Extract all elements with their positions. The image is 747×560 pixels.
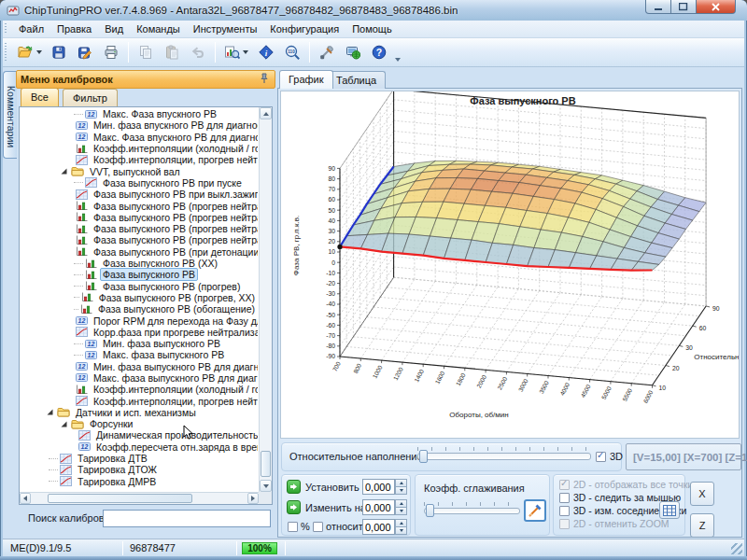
percent-checkbox[interactable] [288,522,298,532]
close-button[interactable] [697,0,736,14]
undo-button[interactable] [186,41,210,64]
view-option-checkbox[interactable] [559,506,570,516]
tree-vertical-scrollbar[interactable] [259,107,272,492]
save-button[interactable] [47,41,71,64]
menu-item[interactable]: Правка [50,21,98,36]
tree-item[interactable]: 12Порог RPM для перехода на Фазу для реж… [20,315,258,326]
expand-arrow-icon[interactable] [60,167,71,175]
tree-item[interactable]: Тарировка ДТОЖ [20,464,258,475]
print-button[interactable] [99,41,123,64]
apply-change-button[interactable] [287,500,301,514]
3d-checkbox[interactable] [596,452,606,462]
smoothing-slider-thumb[interactable] [426,504,434,517]
scroll-down-button[interactable] [260,480,272,492]
tree-item[interactable]: Фаза выпускного РВ при пуске [20,177,258,189]
relative-value-input[interactable] [362,519,395,535]
tree-item[interactable]: 12Коэфф.пересчета отн.заряда в время впр… [20,441,258,453]
menu-item[interactable]: Конфигурация [263,21,345,36]
relative-spin-down[interactable] [395,526,407,535]
tree-horizontal-scrollbar[interactable] [20,492,259,504]
z-axis-button[interactable]: Z [690,513,714,538]
tree-item[interactable]: 12Макс. Фаза впускного РВ [20,108,258,119]
edit-curve-button[interactable] [524,499,546,522]
tree-item[interactable]: Фаза выпускного РВ (прогрев нейтрализато… [20,200,258,211]
tree-item[interactable]: Фаза выпускного РВ (при детонации) [20,246,258,258]
set-spin-down[interactable] [395,486,407,495]
view-option-checkbox[interactable] [559,519,570,529]
fill-slider-thumb[interactable] [419,450,428,463]
info-button[interactable]: i [254,41,278,64]
search-input[interactable] [103,510,271,527]
x-axis-button[interactable]: X [690,482,714,506]
tree-item[interactable]: 12Мин. фаза выпускного РВ для диагностик… [20,361,258,372]
relative-checkbox[interactable] [313,522,323,532]
tree-item[interactable]: Фаза выпускного РВ (прогрев нейтрал., хо… [20,212,258,223]
tree-folder[interactable]: Форсунки [20,418,258,429]
save-as-button[interactable] [73,41,97,64]
tools-button[interactable] [315,41,339,64]
tree-item[interactable]: Фаза выпускного РВ (прогрев нейтрал., ХХ… [20,223,258,234]
tab-table[interactable]: Таблица [327,71,386,89]
tree-item[interactable]: 12Макс. фаза выпускного РВ для диагности… [20,372,258,384]
set-spin-up[interactable] [395,479,407,486]
expand-arrow-icon[interactable] [46,408,57,416]
scroll-up-button[interactable] [260,107,272,119]
tree-item[interactable]: Тарировка ДТВ [20,453,258,464]
resize-grip[interactable] [731,543,742,554]
tree-item[interactable]: Коэфф.интерполяции, прогрев нейтр. (холо… [20,395,258,406]
fill-slider-track[interactable] [417,453,591,460]
tree-item[interactable]: Корр.фаза при прогреве нейтрализатора [20,327,258,338]
maximize-button[interactable] [671,0,697,14]
surface-chart[interactable]: -90-80-70-60-50-40-30-20-100102030405060… [280,91,740,439]
tree-item[interactable]: 12Мин. фаза выпускного РВ [20,338,258,349]
change-spin-up[interactable] [395,499,407,507]
tree-item[interactable]: Фаза выпускного РВ (ХХ) [20,258,258,269]
menu-item[interactable]: Вид [98,21,130,36]
tab-graph[interactable]: График [279,70,333,89]
copy-button[interactable] [134,41,158,64]
tree-item[interactable]: 12Макс. Фаза впускного РВ для диагностик… [20,132,258,143]
compare-maps-button[interactable] [220,41,252,64]
titlebar[interactable]: ChipTuningPRO ver.7.4.8.969 - Antara32L_… [0,0,747,21]
tree-item[interactable]: Коэфф.интерполяции (холодный / горячий ) [20,384,258,395]
tree-item[interactable]: Фаза выпускного РВ (прогрев нейтрал., ХХ… [20,234,258,245]
tab-all[interactable]: Все [21,88,59,106]
tree-item[interactable]: Фаза выпускного РВ [20,269,258,280]
tree-item[interactable]: Фаза выпускного РВ (обогащение) [20,303,258,315]
tree-item[interactable]: Динамическая производительность [20,429,258,441]
hscroll-thumb[interactable] [48,494,192,503]
neighbor-points-grid-button[interactable] [659,501,680,519]
paste-button[interactable] [160,41,184,64]
change-value-input[interactable] [362,499,395,515]
scroll-left-button[interactable] [20,493,31,504]
apply-set-button[interactable] [287,480,301,494]
pin-icon[interactable] [260,73,269,86]
vscroll-thumb[interactable] [261,451,271,477]
comments-rail-tab[interactable]: Комментарии [3,71,17,159]
change-spin-down[interactable] [395,507,407,515]
relative-spin-up[interactable] [395,519,407,526]
tree-folder[interactable]: Датчики и исп. механизмы [20,407,258,418]
menu-item[interactable]: Помощь [345,21,399,36]
menu-item[interactable]: Команды [130,21,187,36]
tree-item[interactable]: 12Мин. фаза впускного РВ для диагностики [20,119,258,131]
tree-item[interactable]: Фаза выпускного РВ (прогрев, ХХ) [20,292,258,303]
expand-arrow-icon[interactable] [60,420,71,428]
smoothing-slider-track[interactable] [424,508,520,514]
tree-item[interactable]: Коэфф.интерполяции, прогрев нейтр. (холо… [20,154,258,165]
tab-filter[interactable]: Фильтр [63,89,118,106]
find-value-button[interactable]: 110 [280,41,304,64]
menu-item[interactable]: Инструменты [187,21,264,36]
tree-item[interactable]: Тарировка ДМРВ [20,476,258,487]
surface-chart-svg[interactable]: -90-80-70-60-50-40-30-20-100102030405060… [281,91,739,438]
tree-item[interactable]: Коэфф.интерполяции (холодный / горячий ) [20,143,258,154]
open-file-button[interactable] [13,41,45,64]
set-value-input[interactable] [362,479,395,495]
connect-button[interactable] [341,41,365,64]
view-option-checkbox[interactable] [559,493,570,503]
view-option-checkbox[interactable] [559,480,570,490]
toolbar-overflow[interactable] [394,41,401,64]
minimize-button[interactable] [645,0,671,14]
tree-item[interactable]: Фаза выпускного РВ (прогрев) [20,280,258,291]
menu-item[interactable]: Файл [12,21,50,36]
